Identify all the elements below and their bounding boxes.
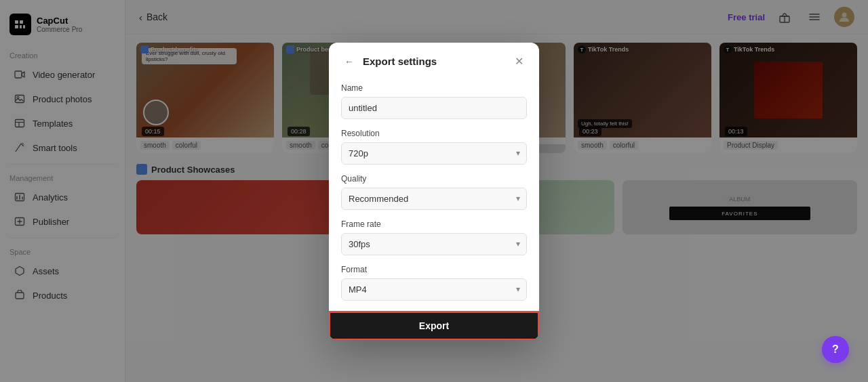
name-input[interactable] [341,97,527,119]
quality-field-group: Quality Low Medium Recommended High [341,174,527,210]
modal-footer: Export [329,312,539,340]
modal-header: ← Export settings ✕ [329,43,539,78]
resolution-label: Resolution [341,129,527,138]
modal-header-left: ← Export settings [341,54,437,70]
framerate-label: Frame rate [341,219,527,229]
format-select-wrapper: MP4 MOV GIF [341,278,527,301]
name-field-group: Name [341,83,527,119]
framerate-select-wrapper: 24fps 25fps 30fps 60fps [341,233,527,255]
export-modal: ← Export settings ✕ Name Resolution 480p [329,43,539,340]
framerate-field-group: Frame rate 24fps 25fps 30fps 60fps [341,219,527,255]
help-icon: ? [832,343,839,356]
format-label: Format [341,265,527,274]
quality-label: Quality [341,174,527,184]
modal-title: Export settings [363,56,437,67]
modal-overlay[interactable]: ← Export settings ✕ Name Resolution 480p [0,0,868,382]
help-fab-button[interactable]: ? [822,336,849,363]
name-label: Name [341,83,527,93]
format-field-group: Format MP4 MOV GIF [341,265,527,301]
modal-close-button[interactable]: ✕ [511,54,527,70]
quality-select-wrapper: Low Medium Recommended High [341,188,527,210]
close-icon: ✕ [515,55,524,68]
format-select[interactable]: MP4 MOV GIF [341,278,527,301]
modal-back-button[interactable]: ← [341,54,357,70]
resolution-select[interactable]: 480p 720p 1080p 4K [341,142,527,165]
export-button[interactable]: Export [329,312,539,340]
quality-select[interactable]: Low Medium Recommended High [341,188,527,210]
modal-body: Name Resolution 480p 720p 1080p 4K Quali… [329,78,539,312]
resolution-field-group: Resolution 480p 720p 1080p 4K [341,129,527,165]
resolution-select-wrapper: 480p 720p 1080p 4K [341,142,527,165]
modal-back-icon: ← [344,56,354,67]
framerate-select[interactable]: 24fps 25fps 30fps 60fps [341,233,527,255]
